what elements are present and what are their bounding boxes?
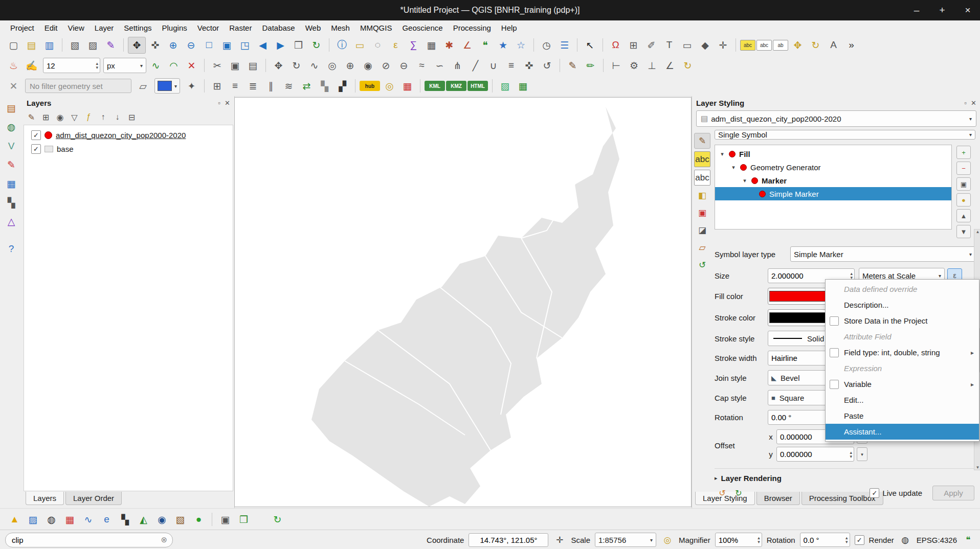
render-checkbox[interactable]: ✓ (855, 535, 864, 545)
browser-icon[interactable]: ▤ (3, 100, 20, 116)
scale-combo[interactable]: 1:85756 ▾ (595, 533, 656, 547)
menu-raster[interactable]: Raster (224, 22, 257, 34)
label-pin-icon[interactable]: abc (756, 40, 772, 51)
collapse-all-icon[interactable]: ↓ (110, 110, 124, 124)
help-icon[interactable]: ? (3, 241, 20, 257)
data-source-manager-icon[interactable]: ☰ (556, 37, 573, 53)
add-delimited-text-icon[interactable]: △ (3, 214, 20, 230)
scroll-up-icon[interactable]: ▲ (976, 230, 980, 234)
font-size-input[interactable] (43, 61, 96, 70)
symbol-tree-item-fill[interactable]: ▾ Fill (715, 147, 951, 161)
angle-constraint-icon[interactable]: ∠ (661, 58, 678, 74)
snapping-icon[interactable]: Ω (607, 37, 624, 53)
zoom-in-icon[interactable]: ⊕ (165, 37, 182, 53)
maximize-button[interactable]: + (937, 5, 947, 16)
green-sphere-icon[interactable]: ● (190, 512, 207, 528)
label-move-icon[interactable]: ✥ (789, 37, 806, 53)
undo-style-icon[interactable]: ↺ (716, 487, 729, 499)
tab-layers[interactable]: Layers (26, 492, 64, 505)
pyramid-icon[interactable]: ▲ (6, 512, 23, 528)
vertex-curve-icon[interactable]: ◠ (165, 58, 182, 74)
float-panel-icon[interactable]: ▫ (964, 99, 967, 107)
offset-y-unit-dropdown[interactable]: ▾ (857, 447, 867, 461)
extents-toggle-icon[interactable]: ✛ (553, 533, 566, 546)
layer-item[interactable]: ✓ base (24, 142, 233, 156)
menu-item-description[interactable]: Description... (826, 297, 979, 313)
menu-database[interactable]: Database (257, 22, 300, 34)
manage-map-themes-icon[interactable]: ◉ (53, 110, 67, 124)
history-icon[interactable]: ↺ (695, 258, 710, 272)
symbol-layer-type-combo[interactable]: Simple Marker ▾ (790, 246, 975, 262)
identify-features-icon[interactable]: ⓘ (333, 37, 350, 53)
simplify-feature-icon[interactable]: ∿ (306, 58, 323, 74)
symbol-type-combo[interactable]: Single Symbol ▾ (715, 130, 975, 140)
draw-pencil-icon[interactable]: ✎ (564, 58, 581, 74)
data-grid-icon[interactable]: ▦ (61, 512, 78, 528)
view-3d-icon[interactable]: ◧ (695, 188, 710, 203)
menu-web[interactable]: Web (300, 22, 326, 34)
terrain-icon[interactable]: ◭ (135, 512, 152, 528)
filter-expression-icon[interactable]: ƒ (82, 110, 96, 124)
menu-item-paste[interactable]: Paste (826, 408, 979, 424)
elevation-icon[interactable]: ◪ (695, 223, 710, 238)
symbol-tree-item-geometry-generator[interactable]: ▾ Geometry Generator (715, 161, 951, 174)
map-canvas[interactable] (234, 97, 692, 507)
text-annotation-icon[interactable]: T (661, 37, 678, 53)
unit-combo[interactable]: px ▾ (103, 58, 146, 73)
clear-filter-icon[interactable]: ✕ (5, 78, 22, 94)
select-features-icon[interactable]: ▭ (351, 37, 368, 53)
draw-pen-icon[interactable]: ✏ (582, 58, 599, 74)
diagrams-icon[interactable]: ▣ (695, 205, 710, 220)
move-annotation-icon[interactable]: ✛ (715, 37, 731, 53)
grass-tools-icon[interactable]: ✎ (3, 157, 20, 173)
menu-item-edit[interactable]: Edit... (826, 392, 979, 408)
checker-dark-icon[interactable]: ▞ (334, 78, 351, 94)
messages-icon[interactable]: ❝ (962, 533, 975, 546)
rotation-input[interactable] (800, 536, 845, 544)
menu-mmqgis[interactable]: MMQGIS (355, 22, 397, 34)
merge-features-icon[interactable]: ∪ (485, 58, 502, 74)
align-center-icon[interactable]: ≣ (244, 78, 261, 94)
offset-curve-icon[interactable]: ≈ (413, 58, 430, 74)
move-down-icon[interactable]: ▼ (956, 225, 971, 238)
menu-checkbox[interactable] (830, 380, 839, 389)
svg-annotation-icon[interactable]: ◆ (697, 37, 714, 53)
color-grid-icon[interactable]: ▦ (399, 78, 416, 94)
menu-checkbox[interactable] (830, 316, 839, 326)
new-project-icon[interactable]: ▢ (5, 37, 22, 53)
globe-blue-icon[interactable]: ◉ (153, 512, 170, 528)
size-input[interactable] (768, 271, 850, 280)
menu-item-store-data-in-project[interactable]: Store Data in the Project (826, 313, 979, 329)
magnifier-spin-arrows[interactable]: ▴▾ (758, 536, 760, 544)
add-map-icon[interactable]: ❒ (235, 512, 252, 528)
menu-project[interactable]: Project (5, 22, 39, 34)
expander-icon[interactable]: ▾ (719, 151, 725, 157)
globe-layers-icon[interactable]: ◍ (3, 119, 20, 135)
rotate-label-icon[interactable]: ↻ (679, 58, 696, 74)
new-bookmark-icon[interactable]: ★ (495, 37, 511, 53)
split-features-icon[interactable]: ╱ (467, 58, 484, 74)
open-project-icon[interactable]: ▤ (23, 37, 40, 53)
menu-item-field-type[interactable]: Field type: int, double, string ▸ (826, 345, 979, 360)
magnifier-input[interactable] (716, 536, 758, 544)
menu-help[interactable]: Help (496, 22, 522, 34)
add-raster-layer-icon[interactable]: ▦ (3, 176, 20, 192)
menu-processing[interactable]: Processing (448, 22, 496, 34)
locator-search[interactable]: ⊗ (5, 533, 173, 547)
zoom-to-selection-icon[interactable]: ▣ (218, 37, 235, 53)
layer-visibility-checkbox[interactable]: ✓ (31, 144, 41, 154)
locator-input[interactable] (11, 535, 158, 545)
flame-icon[interactable]: ♨ (5, 58, 22, 74)
fill-ring-icon[interactable]: ◉ (360, 58, 376, 74)
rotation-spin-arrows[interactable]: ▴▾ (845, 536, 848, 544)
style-manager-icon[interactable]: ✎ (102, 37, 119, 53)
crs-globe-icon[interactable]: ◍ (899, 533, 912, 546)
effects-icon[interactable]: ✦ (183, 78, 200, 94)
lock-symbol-layer-icon[interactable]: ● (956, 193, 971, 207)
add-group-icon[interactable]: ⊞ (39, 110, 53, 124)
apply-button[interactable]: Apply (932, 486, 974, 500)
expander-icon[interactable]: ▾ (742, 177, 748, 184)
color-dropdown[interactable]: ▾ (154, 78, 180, 94)
float-panel-icon[interactable]: ▫ (218, 99, 220, 107)
move-feature-icon[interactable]: ✥ (270, 58, 287, 74)
